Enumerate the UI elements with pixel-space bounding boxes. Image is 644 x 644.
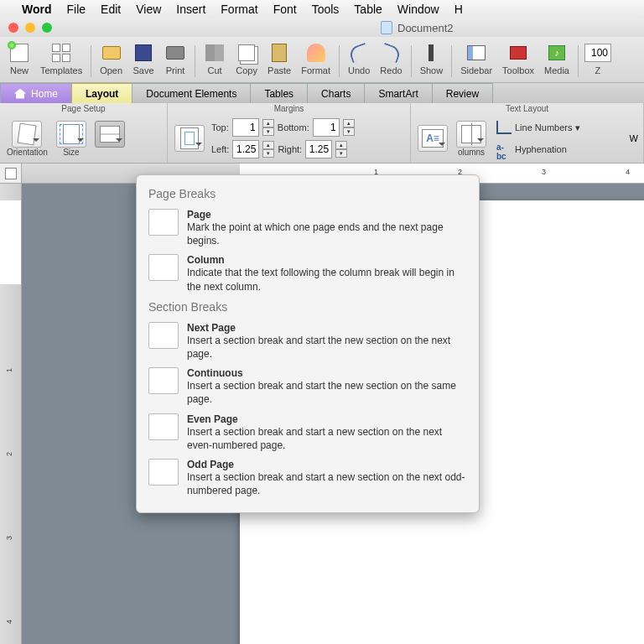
- mac-menubar[interactable]: Word File Edit View Insert Format Font T…: [0, 0, 644, 18]
- copy-button[interactable]: Copy: [231, 40, 262, 75]
- tab-selector[interactable]: [0, 164, 22, 183]
- standard-toolbar: New Templates Open Save Print Cut Copy P…: [0, 37, 644, 83]
- menu-help[interactable]: H: [454, 3, 463, 16]
- break-continuous[interactable]: ContinuousInsert a section break and sta…: [148, 364, 467, 409]
- breaks-button[interactable]: [93, 121, 127, 157]
- section-page-setup: Page Setup Orientation Size: [0, 103, 168, 163]
- menu-format[interactable]: Format: [221, 3, 257, 16]
- margin-bottom-up[interactable]: ▴: [343, 119, 355, 127]
- break-odd-page[interactable]: Odd PageInsert a section break and start…: [148, 455, 467, 501]
- media-button[interactable]: ♪Media: [539, 40, 574, 75]
- sidebar-button[interactable]: Sidebar: [455, 40, 497, 75]
- columns-button[interactable]: olumns: [454, 121, 488, 157]
- menu-word[interactable]: Word: [22, 3, 52, 16]
- margin-bottom-label: Bottom:: [278, 122, 309, 132]
- section-breaks-heading: Section Breaks: [148, 300, 467, 314]
- odd-page-break-icon: [148, 459, 179, 486]
- open-button[interactable]: Open: [95, 40, 127, 75]
- break-next-page[interactable]: Next PageInsert a section break and star…: [148, 319, 467, 364]
- menu-edit[interactable]: Edit: [101, 3, 121, 16]
- vertical-ruler[interactable]: 1 2 3 4: [0, 184, 22, 644]
- redo-button[interactable]: Redo: [375, 40, 407, 75]
- margins-preset-button[interactable]: [173, 125, 206, 152]
- section-text-layout: Text Layout A≡ olumns Line Numbers ▾ a-b…: [411, 103, 644, 163]
- tab-home[interactable]: Home: [0, 83, 72, 103]
- menu-view[interactable]: View: [136, 3, 161, 16]
- page-break-icon: [148, 209, 179, 236]
- break-column[interactable]: ColumnIndicate that the text following t…: [148, 251, 467, 296]
- minimize-window-button[interactable]: [25, 23, 35, 33]
- break-page[interactable]: PageMark the point at which one page end…: [148, 205, 467, 251]
- even-page-break-icon: [148, 413, 179, 440]
- size-button[interactable]: Size: [55, 121, 88, 157]
- continuous-break-icon: [148, 367, 179, 394]
- margin-top-up[interactable]: ▴: [262, 119, 274, 127]
- menu-table[interactable]: Table: [354, 3, 382, 16]
- hyphenation-button[interactable]: a-bcHyphenation: [493, 141, 584, 158]
- margin-right-input[interactable]: [305, 140, 332, 158]
- zoom-control[interactable]: Z: [582, 40, 614, 75]
- line-numbers-icon: [496, 121, 512, 134]
- tab-document-elements[interactable]: Document Elements: [132, 83, 251, 103]
- section-margins: Margins Top: ▴▾ Bottom: ▴▾ Left: ▴▾ Righ…: [168, 103, 411, 163]
- line-numbers-button[interactable]: Line Numbers ▾: [493, 119, 584, 136]
- undo-button[interactable]: Undo: [343, 40, 375, 75]
- menu-insert[interactable]: Insert: [176, 3, 205, 16]
- margin-top-input[interactable]: [232, 118, 259, 137]
- margin-right-label: Right:: [278, 144, 302, 154]
- zoom-window-button[interactable]: [42, 23, 52, 33]
- ribbon: Page Setup Orientation Size Margins Top:…: [0, 103, 644, 164]
- margin-top-down[interactable]: ▾: [262, 127, 274, 136]
- column-break-icon: [148, 254, 179, 281]
- paste-button[interactable]: Paste: [262, 40, 296, 75]
- tab-review[interactable]: Review: [432, 83, 493, 103]
- page-breaks-heading: Page Breaks: [148, 187, 467, 200]
- save-button[interactable]: Save: [127, 40, 159, 75]
- break-even-page[interactable]: Even PageInsert a section break and star…: [148, 410, 467, 455]
- ribbon-tabs: Home Layout Document Elements Tables Cha…: [0, 83, 644, 103]
- tab-smartart[interactable]: SmartArt: [364, 83, 432, 103]
- margin-top-label: Top:: [211, 122, 229, 132]
- margin-bottom-input[interactable]: [313, 118, 340, 137]
- menu-window[interactable]: Window: [397, 3, 439, 16]
- home-icon: [14, 89, 26, 99]
- window-titlebar: Document2: [0, 18, 644, 37]
- margin-bottom-down[interactable]: ▾: [343, 127, 355, 136]
- toolbox-button[interactable]: Toolbox: [497, 40, 539, 75]
- truncated-w: W: [630, 133, 638, 143]
- next-page-break-icon: [148, 322, 179, 349]
- cut-button[interactable]: Cut: [199, 40, 231, 75]
- breaks-dropdown: Page Breaks PageMark the point at which …: [136, 174, 480, 513]
- menu-file[interactable]: File: [67, 3, 86, 16]
- text-direction-button[interactable]: A≡: [416, 125, 449, 152]
- document-title: Document2: [381, 21, 453, 34]
- new-button[interactable]: New: [3, 40, 35, 75]
- menu-tools[interactable]: Tools: [312, 3, 340, 16]
- tab-charts[interactable]: Charts: [307, 83, 365, 103]
- hyphenation-icon: a-bc: [496, 143, 512, 156]
- margin-left-input[interactable]: [232, 140, 259, 158]
- document-icon: [381, 21, 392, 34]
- templates-button[interactable]: Templates: [35, 40, 87, 75]
- tab-tables[interactable]: Tables: [250, 83, 308, 103]
- tab-layout[interactable]: Layout: [71, 83, 132, 103]
- format-painter-button[interactable]: Format: [296, 40, 335, 75]
- traffic-lights: [0, 23, 52, 33]
- orientation-button[interactable]: Orientation: [5, 121, 49, 157]
- menu-font[interactable]: Font: [273, 3, 297, 16]
- show-button[interactable]: Show: [415, 40, 449, 75]
- print-button[interactable]: Print: [159, 40, 191, 75]
- close-window-button[interactable]: [8, 23, 18, 33]
- margin-left-label: Left:: [211, 144, 229, 154]
- document-title-text: Document2: [397, 22, 453, 34]
- zoom-input[interactable]: [584, 44, 611, 62]
